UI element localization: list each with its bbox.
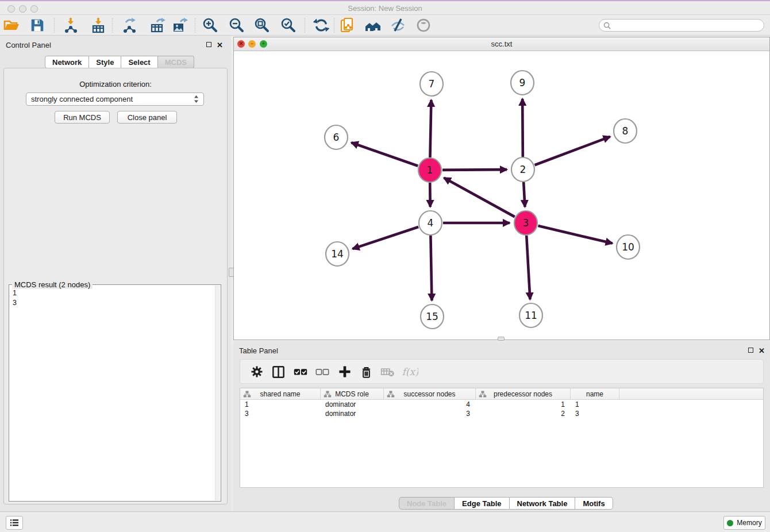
column-header-MCDS-role[interactable]: MCDS role — [321, 388, 384, 400]
import-network-icon[interactable] — [61, 16, 80, 34]
export-table-icon[interactable] — [149, 16, 167, 34]
tab-network-table[interactable]: Network Table — [510, 497, 576, 510]
app-titlebar: Session: New Session — [0, 0, 770, 15]
table-cell[interactable]: 1 — [240, 400, 321, 409]
memory-label: Memory — [737, 519, 761, 527]
column-header-label: MCDS role — [335, 390, 369, 398]
delete-column-icon[interactable] — [357, 363, 375, 381]
graph-edge-1-6[interactable] — [351, 142, 418, 165]
table-cell[interactable]: 4 — [384, 400, 476, 409]
show-hide-panels-icon[interactable] — [414, 16, 433, 34]
toolbar-separator — [305, 18, 305, 33]
toggle-graphics-details-icon[interactable] — [388, 16, 407, 34]
search-field[interactable] — [599, 19, 764, 32]
graph-edge-1-7[interactable] — [430, 100, 431, 157]
table-toolbar: f(x) — [240, 359, 764, 384]
table-cell[interactable]: 3 — [240, 409, 321, 418]
refresh-icon[interactable] — [312, 16, 330, 34]
graph-node-label: 8 — [622, 125, 629, 137]
graph-node-label: 4 — [428, 217, 434, 229]
tab-select[interactable]: Select — [121, 56, 157, 68]
table-cell[interactable]: 1 — [476, 400, 571, 409]
import-table-icon[interactable] — [89, 16, 107, 34]
optimization-criterion-dropdown[interactable]: strongly connected component — [26, 92, 204, 106]
graph-edge-3-1[interactable] — [444, 178, 515, 217]
table-cell[interactable]: dominator — [321, 409, 384, 418]
close-panel-icon[interactable]: ✕ — [759, 347, 765, 354]
horizontal-splitter-grip[interactable] — [498, 337, 505, 341]
toolbar-separator — [112, 18, 113, 33]
run-mcds-button[interactable]: Run MCDS — [55, 111, 110, 124]
apply-layout-icon[interactable] — [364, 16, 382, 34]
column-sort-icon — [387, 390, 395, 398]
table-cell[interactable]: dominator — [321, 400, 384, 409]
column-sort-icon — [324, 390, 332, 398]
export-image-icon[interactable] — [171, 16, 189, 34]
network-graph[interactable]: 7968124314101511 — [234, 51, 769, 340]
mcds-tab-content: Optimization criterion: strongly connect… — [3, 68, 228, 504]
graph-edge-3-10[interactable] — [538, 226, 612, 244]
graph-edge-2-8[interactable] — [535, 137, 610, 165]
search-input[interactable] — [614, 21, 764, 29]
table-row[interactable]: 3dominator323 — [240, 409, 763, 418]
graph-edge-2-3[interactable] — [523, 182, 525, 207]
mcds-result-list[interactable]: 1 3 — [13, 288, 213, 308]
delete-table-icon[interactable] — [378, 363, 396, 381]
tab-edge-table[interactable]: Edge Table — [455, 497, 509, 510]
table-cell[interactable]: 2 — [476, 409, 571, 418]
add-column-icon[interactable] — [336, 363, 354, 381]
show-tasks-button[interactable] — [6, 516, 23, 530]
tab-motifs[interactable]: Motifs — [575, 497, 613, 510]
open-session-icon[interactable] — [2, 16, 21, 34]
export-network-icon[interactable] — [120, 16, 138, 34]
clone-network-icon[interactable] — [338, 16, 357, 34]
zoom-out-icon[interactable] — [228, 16, 246, 34]
dropdown-stepper-icon — [194, 95, 199, 103]
column-header-label: predecessor nodes — [494, 390, 552, 398]
optimization-criterion-label: Optimization criterion: — [4, 80, 227, 88]
function-builder-icon[interactable]: f(x) — [400, 363, 418, 381]
zoom-fit-icon[interactable] — [253, 16, 271, 34]
memory-button[interactable]: Memory — [723, 516, 765, 530]
table-cell[interactable]: 1 — [571, 400, 619, 409]
table-cell[interactable]: 3 — [384, 409, 476, 418]
network-window-titlebar[interactable]: ✕ − + scc.txt — [234, 37, 769, 51]
graph-node-label: 10 — [622, 241, 634, 253]
column-sort-icon — [243, 390, 251, 398]
column-header-successor-nodes[interactable]: successor nodes — [384, 388, 476, 400]
float-panel-icon[interactable] — [748, 348, 753, 353]
save-session-icon[interactable] — [28, 16, 47, 34]
dropdown-value: strongly connected component — [31, 95, 194, 103]
graph-edge-4-15[interactable] — [430, 236, 432, 300]
graph-edge-1-2[interactable] — [442, 169, 507, 170]
tab-mcds[interactable]: MCDS — [158, 56, 194, 68]
table-cell[interactable]: 3 — [571, 409, 619, 418]
column-header-predecessor-nodes[interactable]: predecessor nodes — [476, 388, 571, 400]
tab-node-table[interactable]: Node Table — [399, 497, 455, 510]
graph-node-label: 6 — [333, 132, 340, 143]
graph-edge-4-14[interactable] — [353, 227, 419, 249]
graph-edge-2-9[interactable] — [522, 99, 523, 157]
network-canvas[interactable]: 7968124314101511 — [234, 51, 769, 340]
column-header-name[interactable]: name — [571, 388, 619, 400]
column-header-shared-name[interactable]: shared name — [240, 388, 321, 400]
graph-edge-3-11[interactable] — [526, 236, 530, 299]
column-header-label: name — [586, 390, 603, 398]
zoom-in-icon[interactable] — [201, 16, 220, 34]
show-column-icon[interactable] — [269, 363, 287, 381]
tab-style[interactable]: Style — [89, 56, 121, 68]
result-scrollbar[interactable] — [215, 286, 220, 500]
tab-network[interactable]: Network — [45, 56, 89, 68]
close-panel-icon[interactable]: ✕ — [217, 41, 223, 49]
zoom-selected-icon[interactable] — [279, 16, 298, 34]
graph-node-label: 11 — [525, 310, 537, 321]
network-window-title: scc.txt — [234, 40, 769, 48]
select-all-columns-icon[interactable] — [291, 363, 310, 381]
task-list-icon — [9, 518, 20, 528]
table-options-gear-icon[interactable] — [248, 363, 266, 381]
float-panel-icon[interactable] — [206, 42, 211, 47]
close-panel-button[interactable]: Close panel — [117, 111, 177, 124]
deselect-all-columns-icon[interactable] — [313, 363, 332, 381]
mcds-result-title: MCDS result (2 nodes) — [12, 280, 93, 289]
table-row[interactable]: 1dominator411 — [240, 400, 763, 409]
